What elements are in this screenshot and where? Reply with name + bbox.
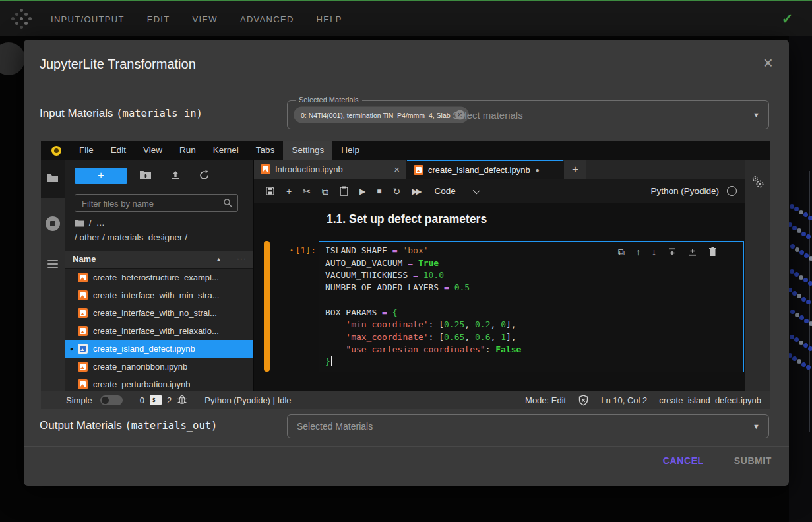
file-browser: + / … / other / materials_designer / (65, 160, 254, 391)
atom (790, 269, 794, 274)
atom (792, 356, 797, 361)
duplicate-cell-icon[interactable]: ⧉ (618, 247, 625, 257)
jupyter-menu-view[interactable]: View (135, 141, 171, 160)
atom (806, 365, 811, 370)
trust-shield-icon[interactable] (578, 395, 589, 406)
paste-icon[interactable] (340, 186, 348, 196)
restart-kernel-icon[interactable]: ↻ (392, 187, 400, 196)
user-avatar-icon[interactable] (51, 146, 61, 156)
file-list-header[interactable]: Name ▲ ··· (65, 251, 253, 269)
filebrowser-tab[interactable] (41, 160, 65, 198)
insert-cell-below-icon[interactable] (688, 247, 697, 257)
delete-cell-icon[interactable] (708, 247, 717, 257)
home-folder-icon[interactable] (75, 219, 84, 227)
output-materials-select[interactable]: Selected Materials ▼ (287, 414, 769, 438)
move-cell-down-icon[interactable]: ↓ (652, 247, 656, 257)
insert-cell-above-icon[interactable] (668, 247, 677, 257)
jupyter-menu-tabs[interactable]: Tabs (247, 141, 284, 160)
top-menu-item[interactable]: ADVANCED (229, 15, 305, 24)
background-menu-button (0, 42, 25, 75)
file-row[interactable]: create_nanoribbon.ipynb (65, 358, 253, 375)
copy-icon[interactable]: ⧉ (322, 187, 328, 196)
breadcrumb-root[interactable]: / (89, 218, 92, 228)
atom (801, 362, 806, 367)
atom (790, 335, 794, 339)
running-sessions-icon[interactable] (46, 216, 60, 231)
atom (790, 244, 795, 249)
jupyter-menu-help[interactable]: Help (332, 141, 368, 160)
file-row[interactable]: create_interface_with_relaxatio... (65, 322, 253, 340)
jupyter-menu-run[interactable]: Run (171, 141, 204, 160)
cut-icon[interactable]: ✂ (303, 187, 311, 196)
debugger-bug-icon[interactable] (177, 395, 187, 405)
app-logo-icon[interactable] (20, 17, 23, 20)
file-row[interactable]: create_heterostructure_exampl... (65, 269, 253, 286)
code-cell-editor[interactable]: ISLAND_SHAPE = 'box'AUTO_ADD_VACUUM = Tr… (319, 241, 744, 372)
top-menu-item[interactable]: VIEW (181, 15, 228, 24)
atom (799, 210, 803, 214)
stop-icon[interactable]: ■ (377, 187, 381, 195)
simple-mode-toggle[interactable] (100, 395, 123, 405)
filter-files-input[interactable] (80, 195, 218, 212)
atom (792, 226, 797, 230)
material-chip[interactable]: 0: N4Ti4(001), termination TiN_P4/mmm_4,… (294, 107, 469, 123)
add-cell-icon[interactable]: + (286, 187, 292, 196)
input-materials-select[interactable]: Selected Materials 0: N4Ti4(001), termin… (287, 100, 769, 129)
file-row[interactable]: ●create_island_defect.ipynb (65, 340, 253, 358)
modal-close-icon[interactable]: × (763, 54, 773, 71)
terminal-icon[interactable]: $_ (150, 395, 162, 405)
notebook-file-icon (261, 164, 270, 174)
save-icon[interactable] (265, 186, 275, 196)
upload-icon[interactable] (170, 170, 181, 180)
tab-close-icon[interactable]: × (394, 164, 400, 175)
cursor-position[interactable]: Ln 10, Col 2 (601, 395, 647, 405)
notebook-toolbar: + ✂ ⧉ ▶ ■ ↻ ▶▶ Code Python (Pyodide) (254, 179, 745, 203)
atom (804, 319, 809, 323)
top-menu-item[interactable]: HELP (305, 15, 354, 24)
file-row[interactable]: create_interface_with_no_strai... (65, 304, 253, 322)
kernels-count[interactable]: 2 (167, 395, 172, 405)
right-activity-bar (745, 160, 770, 391)
cancel-button[interactable]: CANCEL (663, 455, 704, 466)
top-menu-item[interactable]: EDIT (136, 15, 181, 24)
jupyterlab-panel: FileEditViewRunKernelTabsSettingsHelp + (41, 141, 770, 409)
new-tab-button[interactable]: + (564, 160, 586, 179)
atom (790, 310, 795, 314)
dropdown-arrow-icon[interactable]: ▼ (753, 111, 760, 119)
breadcrumb-ellipsis[interactable]: … (96, 218, 105, 228)
code-line: "use_cartesian_coordinates": False (325, 344, 741, 356)
jupyter-menu-file[interactable]: File (71, 141, 102, 160)
cell-type-dropdown[interactable]: Code (435, 186, 456, 196)
atom (804, 253, 809, 258)
tab-create-island-defect[interactable]: create_island_defect.ipynb ● (407, 160, 564, 179)
file-row[interactable]: create_perturbation.ipynb (65, 375, 253, 391)
terminals-count[interactable]: 0 (140, 395, 144, 405)
restart-run-all-icon[interactable]: ▶▶ (412, 187, 420, 195)
name-column-header[interactable]: Name (73, 254, 96, 264)
breadcrumb-path[interactable]: / other / materials_designer / (75, 232, 187, 242)
refresh-icon[interactable] (199, 170, 210, 181)
cell-collapser-bar[interactable] (264, 241, 270, 372)
jupyter-menu-edit[interactable]: Edit (102, 141, 135, 160)
dropdown-arrow-icon[interactable]: ▼ (753, 422, 760, 430)
notebook-area: Introduction.ipynb × create_island_defec… (254, 160, 745, 391)
jupyter-menu-settings[interactable]: Settings (283, 141, 332, 160)
property-inspector-gears-icon[interactable] (750, 174, 766, 190)
kernel-indicator[interactable]: Python (Pyodide) (650, 186, 737, 196)
table-of-contents-icon[interactable] (47, 260, 58, 269)
new-launcher-button[interactable]: + (75, 168, 127, 184)
active-filename: create_island_defect.ipynb (659, 395, 761, 405)
material-chip-label: 0: N4Ti4(001), termination TiN_P4/mmm_4,… (301, 111, 451, 119)
kernel-status-text[interactable]: Python (Pyodide) | Idle (204, 395, 291, 405)
file-row[interactable]: create_interface_with_min_stra... (65, 286, 253, 304)
run-icon[interactable]: ▶ (359, 187, 365, 195)
new-folder-icon[interactable] (139, 170, 152, 180)
kernel-name: Python (Pyodide) (650, 186, 719, 196)
saved-check-icon[interactable]: ✓ (782, 11, 794, 28)
move-cell-up-icon[interactable]: ↑ (636, 247, 640, 257)
atom (789, 288, 792, 292)
tab-introduction[interactable]: Introduction.ipynb × (254, 160, 407, 179)
top-menu-item[interactable]: INPUT/OUTPUT (40, 15, 136, 24)
jupyter-menu-kernel[interactable]: Kernel (204, 141, 247, 160)
submit-button[interactable]: SUBMIT (734, 455, 772, 466)
